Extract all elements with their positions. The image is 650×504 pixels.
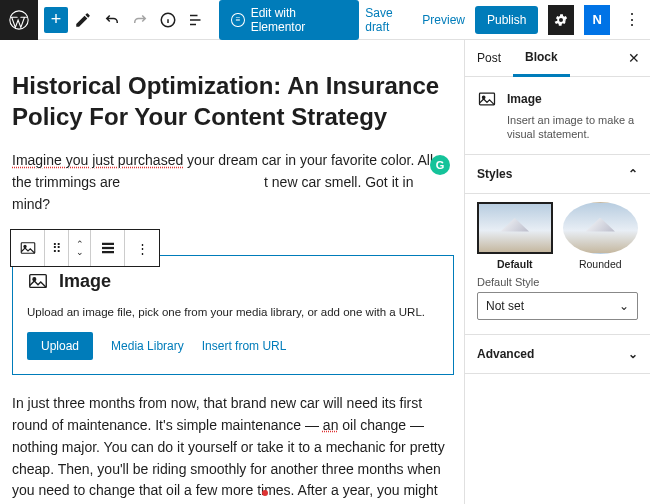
image-icon bbox=[27, 270, 49, 292]
wordpress-logo[interactable] bbox=[0, 0, 38, 40]
publish-button[interactable]: Publish bbox=[475, 6, 538, 34]
undo-icon[interactable] bbox=[98, 5, 124, 35]
save-draft-button[interactable]: Save draft bbox=[365, 6, 412, 34]
settings-button[interactable] bbox=[548, 5, 574, 35]
default-style-label: Default Style bbox=[477, 276, 638, 288]
svg-rect-4 bbox=[102, 243, 114, 245]
more-options-icon[interactable]: ⋮ bbox=[620, 10, 644, 29]
image-block-placeholder[interactable]: Image Upload an image file, pick one fro… bbox=[12, 255, 454, 375]
grammarly-icon[interactable]: G bbox=[430, 155, 450, 175]
block-desc: Insert an image to make a visual stateme… bbox=[507, 113, 638, 142]
n-logo-button[interactable]: N bbox=[584, 5, 610, 35]
default-style-select[interactable]: Not set ⌄ bbox=[477, 292, 638, 320]
paragraph-1[interactable]: Imagine you just purchased your dream ca… bbox=[12, 150, 454, 215]
align-icon[interactable] bbox=[91, 230, 125, 266]
block-name: Image bbox=[507, 92, 542, 106]
outline-icon[interactable] bbox=[183, 5, 209, 35]
upload-button[interactable]: Upload bbox=[27, 332, 93, 360]
media-library-button[interactable]: Media Library bbox=[111, 339, 184, 353]
image-icon bbox=[477, 89, 497, 109]
svg-rect-6 bbox=[102, 251, 114, 253]
styles-section-header[interactable]: Styles ⌃ bbox=[465, 155, 650, 194]
edit-icon[interactable] bbox=[70, 5, 96, 35]
svg-rect-5 bbox=[102, 247, 114, 249]
elementor-button[interactable]: ≡ Edit with Elementor bbox=[219, 0, 359, 40]
insert-url-button[interactable]: Insert from URL bbox=[202, 339, 287, 353]
move-arrows[interactable]: ⌃⌄ bbox=[69, 230, 91, 266]
error-dot-icon bbox=[262, 490, 268, 496]
redo-icon[interactable] bbox=[127, 5, 153, 35]
post-title[interactable]: Historical Optimization: An Insurance Po… bbox=[12, 70, 454, 132]
info-icon[interactable] bbox=[155, 5, 181, 35]
chevron-up-icon: ⌃ bbox=[628, 167, 638, 181]
block-type-icon[interactable] bbox=[11, 230, 45, 266]
tab-post[interactable]: Post bbox=[465, 41, 513, 75]
elementor-label: Edit with Elementor bbox=[251, 6, 348, 34]
image-block-desc: Upload an image file, pick one from your… bbox=[27, 306, 439, 318]
chevron-down-icon: ⌄ bbox=[619, 299, 629, 313]
block-more-icon[interactable]: ⋮ bbox=[125, 230, 159, 266]
chevron-down-icon: ⌄ bbox=[628, 347, 638, 361]
style-default[interactable]: Default bbox=[477, 202, 553, 270]
paragraph-2[interactable]: In just three months from now, that bran… bbox=[12, 393, 454, 504]
image-block-title: Image bbox=[59, 271, 111, 292]
add-block-button[interactable]: + bbox=[44, 7, 68, 33]
advanced-section-header[interactable]: Advanced ⌄ bbox=[465, 335, 650, 374]
style-rounded[interactable]: Rounded bbox=[563, 202, 639, 270]
block-toolbar: ⠿ ⌃⌄ ⋮ bbox=[10, 229, 160, 267]
drag-handle-icon[interactable]: ⠿ bbox=[45, 230, 69, 266]
preview-button[interactable]: Preview bbox=[422, 13, 465, 27]
tab-block[interactable]: Block bbox=[513, 40, 570, 77]
close-sidebar-icon[interactable]: ✕ bbox=[618, 50, 650, 66]
